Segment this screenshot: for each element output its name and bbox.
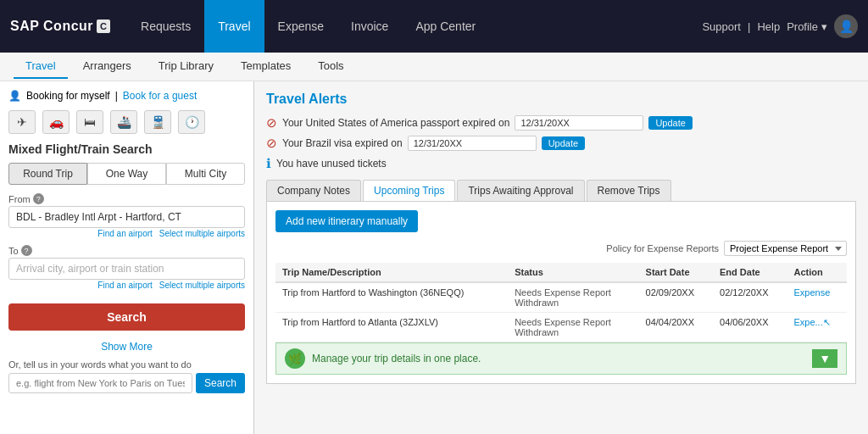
banner-leaf-icon: 🌿: [285, 348, 305, 369]
sub-nav-templates[interactable]: Templates: [229, 54, 303, 79]
select-multiple2-link[interactable]: Select multiple airports: [159, 281, 245, 290]
nav-expense[interactable]: Expense: [264, 0, 337, 53]
visa-update-btn[interactable]: Update: [542, 136, 585, 150]
profile-arrow-icon: ▾: [821, 20, 827, 33]
select-multiple-link[interactable]: Select multiple airports: [159, 229, 245, 238]
col-status: Status: [508, 263, 638, 282]
col-trip-name: Trip Name/Description: [275, 263, 508, 282]
nav-divider: |: [748, 20, 750, 33]
travel-icons-row: ✈ 🚗 🛏 🚢 🚆 🕐: [8, 110, 245, 134]
find-airport-link[interactable]: Find an airport: [97, 229, 152, 238]
round-trip-btn[interactable]: Round Trip: [8, 163, 87, 185]
table-container: Add new itinerary manually Policy for Ex…: [266, 202, 856, 384]
col-start-date: Start Date: [639, 263, 713, 282]
trip-action-1[interactable]: Expense: [787, 282, 847, 313]
car-icon-btn[interactable]: 🚗: [42, 110, 70, 134]
profile-button[interactable]: Profile ▾: [787, 20, 827, 33]
col-end-date: End Date: [713, 263, 787, 282]
from-help-icon: ?: [33, 193, 44, 204]
visa-date-input[interactable]: [408, 136, 537, 151]
expense-link-2[interactable]: Expe...↖: [793, 317, 830, 327]
visa-alert-text: Your Brazil visa expired on: [282, 137, 403, 149]
search-section-title: Mixed Flight/Train Search: [8, 142, 245, 156]
logo: SAP Concur C: [10, 19, 110, 34]
flight-icon-btn[interactable]: ✈: [8, 110, 36, 134]
policy-select[interactable]: Project Expense Report: [724, 241, 847, 256]
avatar[interactable]: 👤: [834, 14, 858, 38]
nav-invoice[interactable]: Invoice: [337, 0, 402, 53]
find-airport2-link[interactable]: Find an airport: [97, 281, 152, 290]
banner-text: Manage your trip details in one place.: [312, 353, 481, 364]
passport-date-input[interactable]: [515, 115, 643, 131]
alert-passport: ⊘ Your United States of America passport…: [266, 115, 856, 131]
trip-action-2[interactable]: Expe...↖: [787, 313, 847, 342]
table-row: Trip from Hartford to Washington (36NEQQ…: [275, 282, 847, 313]
bottom-banner: 🌿 Manage your trip details in one place.…: [275, 342, 847, 375]
or-label: Or, tell us in your words what you want …: [8, 359, 245, 370]
trip-name-1: Trip from Hartford to Washington (36NEQQ…: [275, 282, 508, 313]
to-links: Find an airport Select multiple airports: [8, 281, 245, 290]
expense-link-1[interactable]: Expense: [793, 287, 830, 298]
policy-label: Policy for Expense Reports: [606, 243, 719, 253]
main-content: 👤 Booking for myself | Book for a guest …: [0, 81, 868, 434]
search-button[interactable]: Search: [8, 303, 245, 331]
banner-expand-btn[interactable]: ▼: [812, 349, 837, 368]
trip-status-2: Needs Expense ReportWithdrawn: [508, 313, 638, 342]
left-panel: 👤 Booking for myself | Book for a guest …: [0, 81, 254, 434]
natural-language-input[interactable]: [8, 373, 192, 393]
logo-icon: C: [97, 19, 110, 33]
multi-city-btn[interactable]: Multi City: [166, 163, 245, 185]
info-icon: ℹ: [266, 156, 271, 171]
from-input[interactable]: [8, 206, 245, 228]
book-guest-link[interactable]: Book for a guest: [123, 90, 197, 102]
to-help-icon: ?: [21, 245, 32, 256]
one-way-btn[interactable]: One Way: [87, 163, 166, 185]
tab-remove-trips[interactable]: Remove Trips: [587, 180, 671, 201]
hotel-icon-btn[interactable]: 🛏: [76, 110, 103, 134]
trip-type-buttons: Round Trip One Way Multi City: [8, 163, 245, 185]
natural-search-button[interactable]: Search: [196, 373, 245, 393]
sub-nav-arrangers[interactable]: Arrangers: [71, 54, 143, 79]
passport-alert-text: Your United States of America passport e…: [282, 117, 509, 129]
clock-icon-btn[interactable]: 🕐: [178, 110, 205, 134]
nav-app-center[interactable]: App Center: [402, 0, 489, 53]
trip-end-2: 04/06/20XX: [713, 313, 787, 342]
from-links: Find an airport Select multiple airports: [8, 229, 245, 238]
to-label: To ?: [8, 245, 245, 256]
sub-navigation: Travel Arrangers Trip Library Templates …: [0, 53, 868, 81]
user-icon: 👤: [8, 90, 21, 102]
booking-header: 👤 Booking for myself | Book for a guest: [8, 90, 245, 102]
tabs-row: Company Notes Upcoming Trips Trips Await…: [266, 180, 856, 202]
booking-for-label: Booking for myself: [26, 90, 110, 102]
add-itinerary-button[interactable]: Add new itinerary manually: [275, 210, 418, 232]
trip-name-2: Trip from Hartford to Atlanta (3ZJXLV): [275, 313, 508, 342]
cruise-icon-btn[interactable]: 🚢: [110, 110, 137, 134]
sub-nav-trip-library[interactable]: Trip Library: [147, 54, 225, 79]
support-link[interactable]: Support: [702, 20, 741, 33]
train-icon-btn[interactable]: 🚆: [144, 110, 171, 134]
tab-upcoming-trips[interactable]: Upcoming Trips: [363, 180, 455, 201]
travel-alerts-title: Travel Alerts: [266, 92, 856, 107]
from-label: From ?: [8, 193, 245, 204]
sub-nav-tools[interactable]: Tools: [306, 54, 355, 79]
trip-end-1: 02/12/20XX: [713, 282, 787, 313]
profile-label: Profile: [787, 20, 818, 33]
trip-start-1: 02/09/20XX: [639, 282, 713, 313]
sub-nav-travel[interactable]: Travel: [14, 54, 68, 79]
trips-table: Trip Name/Description Status Start Date …: [275, 263, 847, 342]
tab-company-notes[interactable]: Company Notes: [266, 180, 361, 201]
logo-text: SAP Concur: [10, 19, 93, 34]
to-input[interactable]: [8, 258, 245, 280]
nav-requests[interactable]: Requests: [127, 0, 204, 53]
passport-update-btn[interactable]: Update: [648, 116, 692, 130]
tab-trips-awaiting-approval[interactable]: Trips Awaiting Approval: [457, 180, 584, 201]
col-action: Action: [787, 263, 847, 282]
nav-travel[interactable]: Travel: [204, 0, 264, 53]
table-row: Trip from Hartford to Atlanta (3ZJXLV) N…: [275, 313, 847, 342]
help-link[interactable]: Help: [757, 20, 780, 33]
alert-unused-tickets: ℹ You have unused tickets: [266, 156, 856, 171]
unused-tickets-text: You have unused tickets: [276, 158, 387, 170]
to-field-group: To ? Find an airport Select multiple air…: [8, 245, 245, 290]
alert-visa: ⊘ Your Brazil visa expired on Update: [266, 136, 856, 151]
show-more-link[interactable]: Show More: [8, 337, 245, 356]
